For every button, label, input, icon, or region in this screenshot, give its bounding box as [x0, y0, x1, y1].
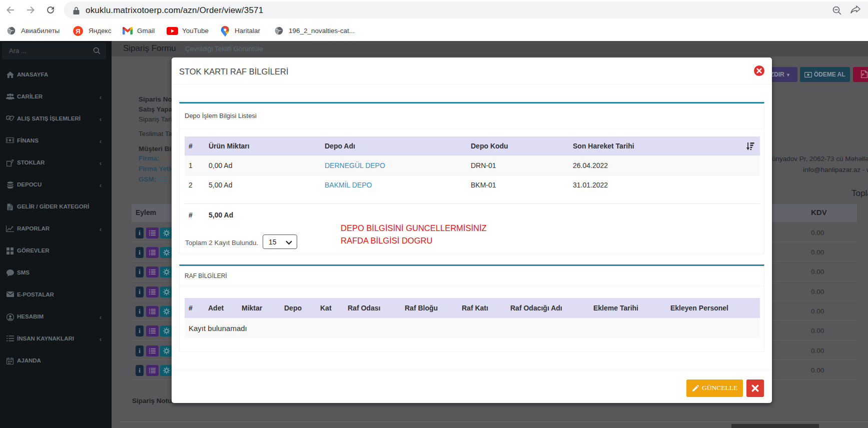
svg-text:P: P	[862, 73, 864, 76]
svg-text:Я: Я	[76, 28, 80, 35]
